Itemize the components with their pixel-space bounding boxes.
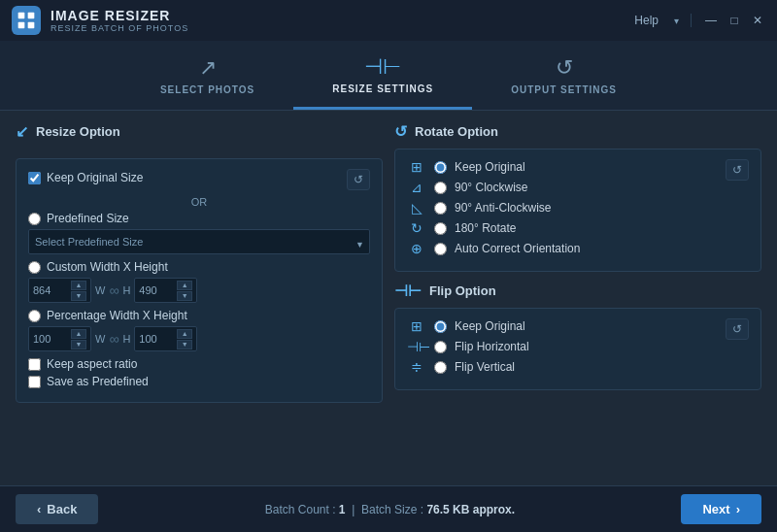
- rotate-90acw-radio[interactable]: [434, 202, 447, 215]
- next-button[interactable]: Next ›: [681, 494, 761, 524]
- rotate-option-section: ↺ Rotate Option ⊞ Keep Original ⊿: [394, 122, 761, 272]
- batch-count-label: Batch Count :: [265, 503, 336, 516]
- flip-keep-radio[interactable]: [434, 320, 447, 333]
- output-settings-icon: ↺: [556, 55, 573, 81]
- resize-option-box: Keep Original Size ↺ OR Predefined Size …: [16, 158, 383, 403]
- rotate-auto-icon: ⊕: [407, 241, 426, 256]
- rotate-90acw-icon: ◺: [407, 200, 426, 216]
- flip-vertical: ≑ Flip Vertical: [407, 359, 529, 375]
- bottom-bar: ‹ Back Batch Count : 1 | Batch Size : 76…: [0, 485, 777, 532]
- rotate-auto-label: Auto Correct Orientation: [455, 242, 580, 255]
- resize-option-header: ↙ Resize Option: [16, 122, 383, 141]
- flip-options-list: ⊞ Keep Original ⊣⊢ Flip Horizontal ≑: [407, 318, 529, 380]
- flip-keep-label: Keep Original: [455, 319, 525, 333]
- percent-w-label: W: [95, 333, 105, 345]
- back-button[interactable]: ‹ Back: [16, 494, 98, 524]
- resize-option-title: Resize Option: [36, 124, 120, 139]
- flip-reset-button[interactable]: ↺: [726, 318, 749, 340]
- rotate-keep-icon: ⊞: [407, 159, 426, 175]
- flip-keep-original: ⊞ Keep Original: [407, 318, 529, 334]
- keep-aspect-ratio-label: Keep aspect ratio: [47, 357, 137, 371]
- keep-original-size-checkbox[interactable]: [28, 172, 41, 184]
- svg-rect-3: [28, 22, 35, 29]
- percent-w-input[interactable]: [33, 333, 70, 345]
- save-as-predefined-checkbox[interactable]: [28, 376, 41, 388]
- width-spinner: ▲ ▼: [28, 278, 91, 303]
- rotate-option-box: ⊞ Keep Original ⊿ 90° Clockwise ◺: [394, 149, 761, 272]
- height-down-arrow[interactable]: ▼: [177, 291, 192, 301]
- predefined-select-wrapper: Select Predefined Size ▼: [28, 229, 370, 260]
- flip-option-icon: ⊣⊢: [394, 282, 422, 300]
- keep-original-size-row: Keep Original Size: [28, 171, 143, 184]
- rotate-auto-radio[interactable]: [434, 243, 447, 255]
- percentage-wh-row: Percentage Width X Height: [28, 309, 370, 322]
- predefined-size-label: Predefined Size: [47, 212, 129, 225]
- keep-original-size-label: Keep Original Size: [47, 171, 143, 184]
- custom-wh-radio[interactable]: [28, 261, 41, 274]
- rotate-keep-label: Keep Original: [455, 160, 525, 174]
- height-arrows: ▲ ▼: [177, 281, 192, 301]
- rotate-90cw-radio[interactable]: [434, 182, 447, 194]
- close-button[interactable]: ✕: [750, 13, 765, 28]
- resize-settings-icon: ⊣⊢: [364, 54, 401, 80]
- tab-select-photos[interactable]: ↗ SELECT PHOTOS: [121, 41, 293, 110]
- rotate-option-header: ↺ Rotate Option: [394, 122, 761, 141]
- flip-horizontal: ⊣⊢ Flip Horizontal: [407, 339, 529, 354]
- custom-wh-row: Custom Width X Height: [28, 260, 370, 274]
- next-arrow-icon: ›: [736, 502, 740, 516]
- flip-option-section: ⊣⊢ Flip Option ⊞ Keep Original ⊣⊢: [394, 282, 761, 390]
- percent-h-input[interactable]: [139, 333, 176, 345]
- rotate-reset-button[interactable]: ↺: [726, 159, 749, 181]
- svg-rect-2: [18, 22, 25, 29]
- resize-reset-button[interactable]: ↺: [347, 169, 370, 190]
- flip-option-header: ⊣⊢ Flip Option: [394, 282, 761, 300]
- w-label: W: [95, 284, 105, 296]
- percent-h-down-arrow[interactable]: ▼: [177, 340, 192, 349]
- predefined-size-row: Predefined Size: [28, 212, 370, 225]
- help-button[interactable]: Help: [634, 14, 659, 27]
- or-text: OR: [28, 196, 370, 208]
- next-label: Next: [702, 502, 729, 516]
- panel-right: ↺ Rotate Option ⊞ Keep Original ⊿: [394, 122, 761, 474]
- tab-resize-settings[interactable]: ⊣⊢ RESIZE SETTINGS: [293, 41, 472, 110]
- tab-output-settings[interactable]: ↺ OUTPUT SETTINGS: [472, 41, 656, 110]
- predefined-size-select[interactable]: Select Predefined Size: [28, 229, 370, 254]
- minimize-button[interactable]: —: [703, 13, 719, 28]
- app-name: IMAGE RESIZER: [51, 8, 634, 23]
- width-input[interactable]: [33, 284, 70, 296]
- rotate-options-list: ⊞ Keep Original ⊿ 90° Clockwise ◺: [407, 159, 580, 261]
- predefined-size-radio[interactable]: [28, 213, 41, 225]
- rotate-keep-radio[interactable]: [434, 161, 447, 174]
- flip-h-radio[interactable]: [434, 341, 447, 353]
- rotate-180-label: 180° Rotate: [455, 221, 517, 235]
- width-up-arrow[interactable]: ▲: [71, 281, 86, 290]
- rotate-180-icon: ↻: [407, 220, 426, 236]
- maximize-button[interactable]: □: [726, 13, 742, 28]
- flip-keep-icon: ⊞: [407, 318, 426, 334]
- width-down-arrow[interactable]: ▼: [71, 291, 86, 301]
- percent-w-up-arrow[interactable]: ▲: [71, 329, 86, 339]
- flip-v-label: Flip Vertical: [455, 360, 515, 374]
- custom-wh-spinner-row: ▲ ▼ W ∞ H ▲ ▼: [28, 278, 370, 303]
- percent-w-arrows: ▲ ▼: [71, 329, 86, 349]
- width-arrows: ▲ ▼: [71, 281, 86, 301]
- panel-left: ↙ Resize Option Keep Original Size ↺ OR …: [16, 122, 383, 474]
- keep-aspect-ratio-row: Keep aspect ratio: [28, 357, 370, 371]
- tab-select-photos-label: SELECT PHOTOS: [160, 84, 254, 95]
- title-bar: IMAGE RESIZER RESIZE BATCH OF PHOTOS Hel…: [0, 0, 777, 41]
- height-input[interactable]: [139, 284, 176, 296]
- app-subtitle: RESIZE BATCH OF PHOTOS: [51, 23, 634, 33]
- keep-aspect-ratio-checkbox[interactable]: [28, 358, 41, 371]
- rotate-90acw-label: 90° Anti-Clockwise: [455, 201, 552, 215]
- rotate-180-radio[interactable]: [434, 222, 447, 235]
- flip-h-icon: ⊣⊢: [407, 339, 426, 354]
- percent-h-up-arrow[interactable]: ▲: [177, 329, 192, 339]
- rotate-90cw-label: 90° Clockwise: [455, 181, 528, 194]
- rotate-option-title: Rotate Option: [415, 124, 498, 139]
- percentage-wh-radio[interactable]: [28, 310, 41, 322]
- height-up-arrow[interactable]: ▲: [177, 281, 192, 290]
- svg-rect-0: [18, 13, 25, 19]
- flip-v-radio[interactable]: [434, 361, 447, 374]
- infinity-symbol: ∞: [109, 283, 118, 298]
- percent-w-down-arrow[interactable]: ▼: [71, 340, 86, 349]
